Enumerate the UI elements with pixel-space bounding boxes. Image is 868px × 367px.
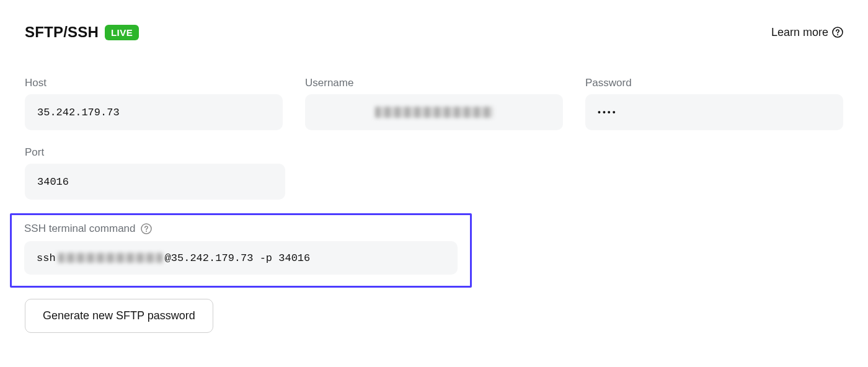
field-password: Password •••• [585, 77, 843, 130]
password-label: Password [585, 77, 843, 89]
host-label: Host [25, 77, 283, 89]
ssh-command-label: SSH terminal command [24, 223, 136, 235]
port-value[interactable]: 34016 [25, 164, 285, 200]
page-title: SFTP/SSH [25, 24, 99, 41]
title-group: SFTP/SSH LIVE [25, 24, 139, 41]
field-host: Host 35.242.179.73 [25, 77, 283, 130]
port-row: Port 34016 [25, 146, 843, 200]
ssh-command-value[interactable]: ssh @35.242.179.73 -p 34016 [24, 241, 458, 275]
ssh-prefix: ssh [37, 252, 56, 264]
ssh-label-row: SSH terminal command [24, 223, 458, 235]
redacted-ssh-user [58, 253, 162, 263]
generate-password-button[interactable]: Generate new SFTP password [25, 299, 213, 333]
password-value[interactable]: •••• [585, 94, 843, 130]
fields-grid: Host 35.242.179.73 Username Password •••… [25, 77, 843, 130]
svg-point-3 [146, 231, 147, 232]
header-row: SFTP/SSH LIVE Learn more [25, 24, 843, 41]
learn-more-label: Learn more [771, 26, 828, 39]
env-badge: LIVE [105, 25, 139, 40]
username-value[interactable] [305, 94, 563, 130]
username-label: Username [305, 77, 563, 89]
learn-more-link[interactable]: Learn more [771, 26, 843, 39]
field-username: Username [305, 77, 563, 130]
port-label: Port [25, 146, 285, 159]
help-icon[interactable] [141, 223, 152, 234]
ssh-command-section: SSH terminal command ssh @35.242.179.73 … [10, 213, 472, 288]
svg-point-1 [837, 34, 838, 35]
help-icon [832, 27, 843, 38]
ssh-suffix: @35.242.179.73 -p 34016 [165, 252, 311, 264]
redacted-username [375, 107, 493, 118]
field-port: Port 34016 [25, 146, 285, 200]
host-value[interactable]: 35.242.179.73 [25, 94, 283, 130]
